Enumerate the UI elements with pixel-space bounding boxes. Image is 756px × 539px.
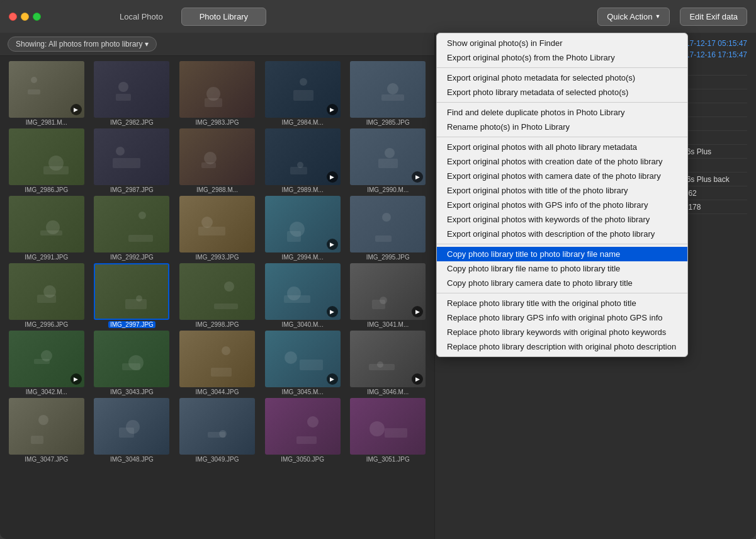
photo-thumbnail — [179, 196, 255, 252]
photo-item[interactable]: ▶IMG_2989.M... — [261, 128, 344, 193]
dropdown-item-replace-keywords[interactable]: Replace photo library keywords with orig… — [437, 325, 687, 339]
photo-label: IMG_3045.M... — [282, 389, 324, 395]
svg-rect-29 — [378, 159, 398, 168]
photo-item[interactable]: IMG_2986.JPG — [5, 128, 88, 193]
svg-rect-56 — [284, 295, 310, 303]
svg-point-52 — [224, 281, 234, 292]
photo-item[interactable]: ▶IMG_3042.M... — [5, 331, 88, 395]
photo-label: IMG_2984.M... — [282, 119, 324, 126]
photo-label: IMG_2987.JPG — [110, 186, 154, 193]
play-icon: ▶ — [71, 104, 82, 115]
svg-rect-8 — [205, 98, 222, 107]
dropdown-item-find-dup[interactable]: Find and delete duplicate photos in Phot… — [437, 105, 687, 120]
svg-rect-86 — [296, 436, 317, 444]
svg-point-85 — [307, 416, 319, 428]
photo-label: IMG_3047.JPG — [25, 456, 68, 463]
close-button[interactable] — [9, 13, 17, 21]
svg-rect-26 — [290, 167, 307, 174]
photo-label: IMG_3046.M... — [367, 389, 409, 395]
dropdown-item-export-library[interactable]: Export original photo(s) from the Photo … — [437, 50, 687, 65]
minimize-button[interactable] — [21, 13, 29, 21]
svg-rect-57 — [363, 273, 413, 310]
photo-item[interactable]: IMG_2982.JPG — [91, 61, 174, 126]
svg-point-1 — [31, 77, 37, 83]
svg-rect-65 — [122, 363, 140, 370]
svg-rect-77 — [31, 436, 43, 444]
photo-item[interactable]: IMG_3049.JPG — [176, 398, 259, 463]
photo-item[interactable]: IMG_2988.M... — [176, 128, 259, 193]
photo-item[interactable]: IMG_3051.JPG — [346, 398, 429, 463]
photo-item[interactable]: IMG_2998.JPG — [176, 263, 259, 328]
photo-thumbnail — [350, 398, 426, 455]
dropdown-item-export-library-meta[interactable]: Export photo library metadata of selecte… — [437, 85, 687, 99]
play-icon: ▶ — [412, 306, 423, 317]
photo-thumbnail: ▶ — [350, 128, 426, 185]
dropdown-item-export-creation[interactable]: Export original photos with creation dat… — [437, 154, 687, 169]
dropdown-item-replace-description[interactable]: Replace photo library description with o… — [437, 339, 687, 354]
dropdown-item-copy-title-filename[interactable]: Copy photo library title to photo librar… — [437, 247, 687, 261]
photo-item[interactable]: IMG_2996.JPG — [5, 263, 88, 328]
tab-local-photo[interactable]: Local Photo — [101, 8, 181, 26]
photo-item[interactable]: IMG_3043.JPG — [91, 331, 174, 395]
dropdown-item-show-finder[interactable]: Show original photo(s) in Finder — [437, 36, 687, 50]
photo-item[interactable]: ▶IMG_3046.M... — [346, 331, 429, 395]
photo-item[interactable]: ▶IMG_2990.M... — [346, 128, 429, 193]
photo-label: IMG_3041.M... — [367, 321, 409, 328]
photo-item[interactable]: ▶IMG_3045.M... — [261, 331, 344, 395]
edit-exif-button[interactable]: Edit Exif data — [680, 8, 747, 26]
photo-item[interactable]: IMG_3047.JPG — [5, 398, 88, 463]
photo-thumbnail: ▶ — [265, 61, 341, 118]
dropdown-item-export-all-meta[interactable]: Export original photos with all photo li… — [437, 140, 687, 154]
photo-thumbnail: ▶ — [265, 196, 341, 252]
photo-item[interactable]: IMG_2987.JPG — [91, 128, 174, 193]
photo-grid: ▶IMG_2981.M... IMG_2982.JPG IMG_2983.JPG… — [0, 56, 434, 539]
photo-thumbnail — [350, 196, 426, 252]
photo-thumbnail: ▶ — [9, 61, 84, 118]
photo-thumbnail — [179, 398, 255, 455]
photo-item[interactable]: ▶IMG_2994.M... — [261, 196, 344, 261]
dropdown-item-replace-title[interactable]: Replace photo library title with the ori… — [437, 296, 687, 310]
photo-item[interactable]: ▶IMG_3040.M... — [261, 263, 344, 328]
photo-item[interactable]: IMG_2997.JPG — [91, 263, 174, 328]
photo-item[interactable]: ▶IMG_2984.M... — [261, 61, 344, 126]
photo-item[interactable]: ▶IMG_3041.M... — [346, 263, 429, 328]
dropdown-item-export-desc[interactable]: Export original photos with description … — [437, 227, 687, 241]
photo-item[interactable]: IMG_2991.JPG — [5, 196, 88, 261]
dropdown-item-export-gps[interactable]: Export original photos with GPS info of … — [437, 198, 687, 212]
svg-rect-53 — [214, 304, 238, 309]
photo-item[interactable]: IMG_2992.JPG — [91, 196, 174, 261]
photo-thumbnail — [94, 196, 169, 252]
maximize-button[interactable] — [33, 13, 41, 21]
photo-label: IMG_2996.JPG — [25, 321, 68, 328]
dropdown-item-export-title[interactable]: Export original photos with title of the… — [437, 183, 687, 198]
dropdown-item-export-meta-selected[interactable]: Export original photo metadata for selec… — [437, 71, 687, 85]
photo-item[interactable]: IMG_2983.JPG — [176, 61, 259, 126]
dropdown-item-rename[interactable]: Rename photo(s) in Photo Library — [437, 120, 687, 134]
photo-thumbnail: ▶ — [350, 263, 426, 320]
tab-group: Local Photo Photo Library — [101, 8, 266, 26]
photo-item[interactable]: IMG_2985.JPG — [346, 61, 429, 126]
svg-rect-54 — [278, 273, 328, 310]
svg-rect-71 — [300, 360, 323, 370]
filter-button[interactable]: Showing: All photos from photo library ▾ — [8, 37, 157, 52]
dropdown-item-copy-filename-title[interactable]: Copy photo library file name to photo li… — [437, 261, 687, 276]
dropdown-item-export-keywords[interactable]: Export original photos with keywords of … — [437, 212, 687, 227]
tab-photo-library[interactable]: Photo Library — [181, 8, 266, 26]
svg-rect-11 — [293, 90, 313, 101]
svg-rect-2 — [28, 89, 40, 94]
photo-item[interactable]: ▶IMG_2981.M... — [5, 61, 88, 126]
play-icon: ▶ — [327, 104, 338, 115]
quick-action-button[interactable]: Quick Action ▼ — [597, 8, 670, 26]
dropdown-item-replace-gps[interactable]: Replace photo library GPS info with orig… — [437, 310, 687, 325]
photo-item[interactable]: IMG_2995.JPG — [346, 196, 429, 261]
photo-label: IMG_2995.JPG — [366, 254, 410, 261]
svg-rect-47 — [37, 295, 56, 303]
svg-rect-18 — [106, 138, 157, 176]
photo-item[interactable]: IMG_3048.JPG — [91, 398, 174, 463]
photo-item[interactable]: IMG_2993.JPG — [176, 196, 259, 261]
svg-point-4 — [118, 82, 128, 92]
photo-item[interactable]: IMG_3044.JPG — [176, 331, 259, 395]
photo-item[interactable]: IMG_3050.JPG — [261, 398, 344, 463]
dropdown-item-copy-camera-date[interactable]: Copy photo library camera date to photo … — [437, 276, 687, 290]
dropdown-item-export-camera-date[interactable]: Export original photos with camera date … — [437, 169, 687, 183]
